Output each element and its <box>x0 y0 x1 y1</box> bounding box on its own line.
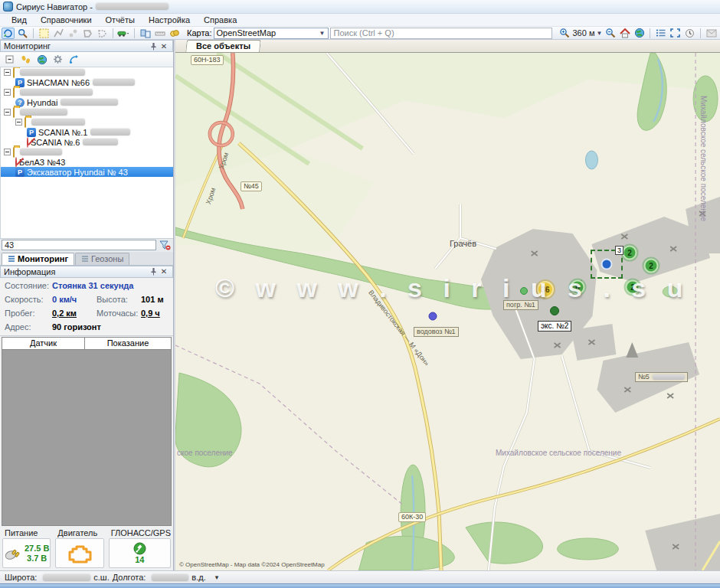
search-input[interactable]: Поиск (Ctrl + Q) <box>330 28 552 39</box>
gps-label: ГЛОНАСС/GPS <box>109 528 171 538</box>
settings-gear-icon[interactable] <box>51 54 64 65</box>
vehicle-menu-button[interactable] <box>117 28 130 39</box>
tree-item-белаз-43[interactable]: БелАЗ №43 <box>1 157 173 167</box>
geozone-add-button[interactable] <box>81 28 94 39</box>
zoom-in-button[interactable] <box>558 28 571 39</box>
value-column-header[interactable]: Показание <box>85 338 171 349</box>
tree-item-экскаватор-hyundai-43[interactable]: PЭкскаватор Hyundai № 43 <box>1 167 173 177</box>
cluster-green-marker[interactable]: 2 <box>626 280 640 295</box>
collapse-all-button[interactable] <box>3 54 16 65</box>
app-icon <box>3 2 13 11</box>
follow-object-button[interactable] <box>2 28 15 39</box>
route-create-button[interactable] <box>52 28 65 39</box>
pin-icon[interactable] <box>148 41 159 51</box>
ruler-button[interactable] <box>153 28 166 39</box>
dock-tab-геозоны[interactable]: Геозоны <box>75 253 129 265</box>
map-label: 60Н-183 <box>191 55 224 65</box>
map-select-label: Карта: <box>187 28 212 38</box>
menu-вид[interactable]: Вид <box>5 15 34 25</box>
tree-expander[interactable] <box>4 69 11 76</box>
menu-справочники[interactable]: Справочники <box>34 15 99 25</box>
folder-icon <box>25 117 26 128</box>
tree-item-folder[interactable] <box>1 67 173 77</box>
map-scale-select[interactable]: 360 м ▼ <box>573 28 603 38</box>
longitude-label: Долгота: <box>113 573 146 582</box>
map-label: Михайловское сельское поселение <box>699 96 708 221</box>
plug-icon <box>4 546 21 561</box>
tree-expander[interactable] <box>15 119 22 126</box>
payments-button[interactable] <box>168 28 181 39</box>
tree-filter-input[interactable] <box>2 240 156 250</box>
close-icon[interactable]: ✕ <box>159 41 169 51</box>
dot-darkgreen-marker[interactable] <box>550 306 559 315</box>
tab-all-objects[interactable]: Все объекты <box>185 40 261 52</box>
latitude-redacted <box>43 574 90 581</box>
map-provider-value: OpenStreetMap <box>217 28 277 38</box>
statusbar-caret[interactable]: ▾ <box>215 573 219 581</box>
search-object-button[interactable] <box>16 28 29 39</box>
geozone-cut-button[interactable] <box>96 28 109 39</box>
cluster-yellow-marker[interactable]: 36 <box>537 281 554 298</box>
tree-item-folder[interactable] <box>1 87 173 97</box>
menu-отчёты[interactable]: Отчёты <box>99 15 142 25</box>
redacted-text <box>83 139 118 145</box>
map-label: ское поселение <box>177 449 233 457</box>
panels-layout-button[interactable] <box>139 28 152 39</box>
tree-item-shacman-66[interactable]: PSHACMAN №66 <box>1 77 173 87</box>
tree-item-scania-6[interactable]: SCANIA №.6 <box>1 137 173 147</box>
cluster-green-marker[interactable]: 6 <box>571 280 585 295</box>
tree-item-hyundai[interactable]: ?Hyundai <box>1 97 173 107</box>
speed-value: 0 км/ч <box>52 295 92 304</box>
history-clock-button[interactable] <box>683 28 696 39</box>
info-panel-title: Информация <box>4 267 148 276</box>
engine-hours-value[interactable]: 0,9 ч <box>141 309 160 318</box>
redacted-text <box>20 149 62 155</box>
home-view-button[interactable] <box>618 28 631 39</box>
area-select-button[interactable] <box>38 28 51 39</box>
redacted-text <box>90 129 130 136</box>
tree-item-folder[interactable] <box>1 147 173 157</box>
redacted-text <box>20 89 93 96</box>
connection-status-icon[interactable] <box>67 54 80 65</box>
title-redacted <box>96 3 169 10</box>
tree-expander[interactable] <box>4 89 11 96</box>
mileage-value[interactable]: 0,2 км <box>52 309 92 318</box>
map-canvas[interactable]: 60Н-183№45ХромХромГрачёвводовоз №1погр. … <box>175 53 720 570</box>
selection-frame-button[interactable] <box>669 28 682 39</box>
tracks-icon[interactable] <box>19 54 32 65</box>
selected-vehicle-marker[interactable]: 3 <box>591 250 623 279</box>
tree-expander[interactable] <box>4 109 11 116</box>
dock-tab-bar: МониторингГеозоны <box>0 252 173 266</box>
route-edit-button[interactable] <box>67 28 80 39</box>
dock-tab-мониторинг[interactable]: Мониторинг <box>2 253 74 265</box>
zoom-out-button[interactable] <box>604 28 617 39</box>
folder-icon <box>13 67 15 78</box>
pin-icon[interactable] <box>148 267 159 276</box>
app-window: Сириус Навигатор - ВидСправочникиОтчётыН… <box>0 0 720 588</box>
cluster-green-marker[interactable]: 2 <box>623 246 637 260</box>
monitoring-sidebar: Мониторинг ✕ <box>0 40 174 570</box>
tree-item-scania-1[interactable]: PSCANIA №.1 <box>1 127 173 137</box>
menu-настройка[interactable]: Настройка <box>142 15 197 25</box>
messages-button[interactable] <box>705 28 718 39</box>
tree-expander[interactable] <box>4 149 11 155</box>
tree-item-label: SHACMAN №66 <box>27 78 90 87</box>
sensor-table: Датчик Показание <box>2 337 172 526</box>
map-label: 60К-30 <box>398 512 426 522</box>
dot-lightgreen-marker[interactable] <box>520 287 528 295</box>
object-list-button[interactable] <box>654 28 667 39</box>
map-provider-select[interactable]: OpenStreetMap ▼ <box>214 28 329 39</box>
engine-label: Двигатель <box>55 528 103 538</box>
show-on-map-icon[interactable] <box>35 54 48 65</box>
sensor-column-header[interactable]: Датчик <box>2 338 85 349</box>
clear-filter-icon[interactable] <box>159 240 172 251</box>
dot-blue-marker[interactable] <box>429 312 437 321</box>
globe-button[interactable] <box>633 28 646 39</box>
close-icon[interactable]: ✕ <box>159 267 169 276</box>
info-panel-header: Информация ✕ <box>0 266 173 278</box>
cluster-green-marker[interactable]: 2 <box>644 259 659 273</box>
tree-item-folder[interactable] <box>1 117 173 127</box>
menu-справка[interactable]: Справка <box>197 15 244 25</box>
satellite-icon <box>133 542 146 555</box>
vehicle-info-panel: Состояние: Стоянка 31 секунда Скорость: … <box>0 278 173 336</box>
